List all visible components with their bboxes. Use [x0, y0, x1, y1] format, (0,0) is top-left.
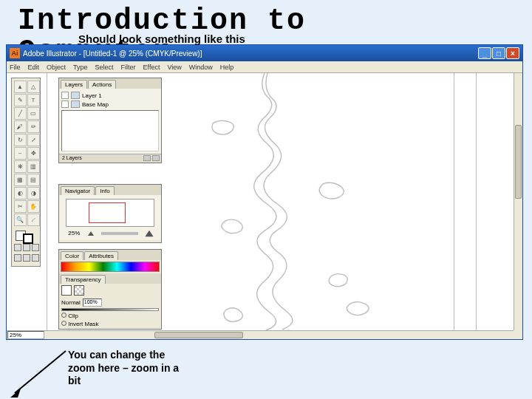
tab-navigator[interactable]: Navigator — [61, 186, 95, 195]
blend-tool[interactable]: ◑ — [27, 187, 40, 200]
type-tool[interactable]: T — [27, 94, 40, 106]
layer-thumb — [71, 100, 80, 108]
clip-checkbox[interactable] — [61, 313, 66, 318]
gradient-tool[interactable]: ▤ — [27, 174, 40, 186]
hand-tool[interactable]: ✋ — [27, 200, 40, 213]
selection-tool[interactable]: ▲ — [14, 81, 27, 93]
mesh-tool[interactable]: ▦ — [14, 174, 27, 186]
symbol-tool[interactable]: ❋ — [14, 160, 27, 173]
menu-view[interactable]: View — [167, 64, 181, 71]
menu-effect[interactable]: Effect — [143, 64, 160, 71]
tab-layers[interactable]: Layers — [61, 80, 87, 89]
zoom-field[interactable]: 25% — [7, 331, 44, 339]
layer-name: Layer 1 — [82, 92, 102, 99]
menu-help[interactable]: Help — [220, 64, 234, 71]
new-layer-icon[interactable] — [143, 155, 151, 161]
callout-arrow — [10, 347, 69, 399]
minimize-button[interactable]: _ — [478, 47, 491, 59]
maximize-button[interactable]: □ — [492, 47, 505, 59]
invert-checkbox[interactable] — [61, 321, 66, 326]
horizontal-scrollbar[interactable]: 25% — [7, 330, 514, 339]
scroll-corner — [514, 330, 522, 339]
window-controls: _ □ × — [478, 47, 519, 59]
mask-swatch[interactable] — [74, 285, 84, 296]
navigator-zoom-value: 25% — [68, 230, 80, 236]
gradient-mode-icon[interactable] — [23, 244, 30, 251]
screen-mode-full-icon[interactable] — [23, 254, 30, 262]
toolbox: ▲ △ ✎ T ╱ ▭ 🖌 ✏ ↻ ⤢ ~ ✥ ❋ ▥ ▦ ▤ ◐ ◑ ✂ ✋ … — [11, 78, 41, 267]
transparency-swatch[interactable] — [61, 285, 72, 296]
pen-tool[interactable]: ✎ — [14, 94, 27, 106]
tab-info[interactable]: Info — [95, 186, 114, 195]
layer-row[interactable]: Layer 1 — [61, 91, 159, 100]
navigator-panel: Navigator Info 25% — [58, 184, 162, 243]
blend-mode-label[interactable]: Normal — [61, 299, 81, 306]
zoom-in-icon[interactable] — [145, 230, 153, 236]
opacity-gradient — [61, 308, 159, 311]
tab-actions[interactable]: Actions — [88, 80, 116, 89]
layers-panel: Layers Actions Layer 1 Base Map 2 Layers — [58, 78, 162, 163]
layers-empty-area — [61, 110, 159, 151]
eyedropper-tool[interactable]: ◐ — [14, 187, 27, 200]
rect-tool[interactable]: ▭ — [27, 107, 40, 120]
layer-name: Base Map — [82, 101, 109, 108]
none-mode-icon[interactable] — [32, 244, 39, 251]
scrollbar-thumb[interactable] — [515, 125, 522, 199]
app-icon: Ai — [10, 48, 20, 58]
layer-thumb — [71, 92, 80, 99]
warp-tool[interactable]: ~ — [14, 147, 27, 160]
tab-attributes[interactable]: Attributes — [84, 251, 118, 260]
pencil-tool[interactable]: ✏ — [27, 120, 40, 133]
brush-tool[interactable]: 🖌 — [14, 120, 27, 133]
slice-tool[interactable]: ⟋ — [27, 214, 40, 226]
window-title: Adobe Illustrator - [Untitled-1 @ 25% (C… — [23, 50, 202, 58]
vertical-scrollbar[interactable] — [514, 73, 522, 330]
screen-mode-full2-icon[interactable] — [32, 254, 39, 262]
scissors-tool[interactable]: ✂ — [14, 200, 27, 213]
menu-window[interactable]: Window — [189, 64, 213, 71]
screen-mode-normal-icon[interactable] — [14, 254, 21, 262]
svg-marker-1 — [10, 389, 21, 398]
zoom-tool[interactable]: 🔍 — [14, 214, 27, 226]
color-spectrum[interactable] — [61, 262, 160, 272]
menu-filter[interactable]: Filter — [121, 64, 136, 71]
menu-select[interactable]: Select — [95, 64, 114, 71]
layer-row[interactable]: Base Map — [61, 100, 159, 109]
zoom-out-icon[interactable] — [88, 231, 94, 236]
scrollbar-thumb[interactable] — [154, 332, 243, 338]
delete-layer-icon[interactable] — [152, 155, 160, 161]
layers-footer: 2 Layers — [59, 154, 161, 163]
clip-label: Clip — [68, 313, 78, 319]
illustrator-window: Ai Adobe Illustrator - [Untitled-1 @ 25%… — [6, 44, 523, 340]
visibility-icon[interactable] — [61, 100, 69, 108]
stroke-swatch[interactable] — [23, 233, 33, 244]
close-button[interactable]: × — [506, 47, 519, 59]
navigator-preview[interactable] — [66, 199, 154, 227]
menu-file[interactable]: File — [10, 64, 21, 71]
menu-edit[interactable]: Edit — [28, 64, 40, 71]
titlebar: Ai Adobe Illustrator - [Untitled-1 @ 25%… — [7, 45, 522, 61]
graph-tool[interactable]: ▥ — [27, 160, 40, 173]
zoom-slider[interactable] — [101, 232, 138, 235]
tab-color[interactable]: Color — [61, 251, 83, 260]
color-panel: Color Attributes Transparency Normal 100… — [58, 249, 162, 330]
menu-object[interactable]: Object — [47, 64, 66, 71]
scale-tool[interactable]: ⤢ — [27, 134, 40, 146]
intro-text: Should look something like this — [78, 33, 245, 45]
invert-label: Invert Mask — [68, 321, 98, 327]
color-mode-icon[interactable] — [14, 244, 21, 251]
visibility-icon[interactable] — [61, 92, 69, 99]
layers-count: 2 Layers — [61, 155, 142, 162]
menubar: File Edit Object Type Select Filter Effe… — [7, 61, 522, 73]
rotate-tool[interactable]: ↻ — [14, 134, 27, 146]
line-tool[interactable]: ╱ — [14, 107, 27, 120]
free-transform-tool[interactable]: ✥ — [27, 147, 40, 160]
opacity-field[interactable]: 100% — [83, 299, 102, 307]
navigator-viewport[interactable] — [89, 202, 126, 223]
callout-text: You can change the zoom here – zoom in a… — [68, 349, 186, 388]
direct-select-tool[interactable]: △ — [27, 81, 40, 93]
svg-line-0 — [15, 351, 66, 393]
menu-type[interactable]: Type — [73, 64, 88, 71]
tab-transparency[interactable]: Transparency — [61, 275, 106, 284]
